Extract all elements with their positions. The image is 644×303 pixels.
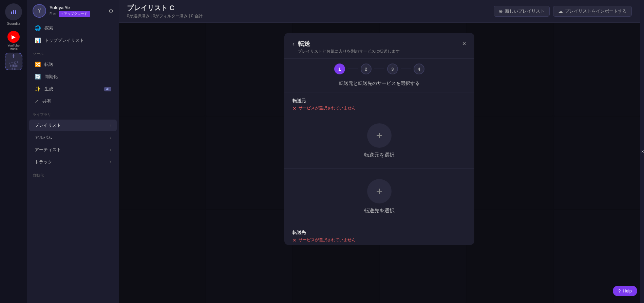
transfer-icon: 🔀 <box>35 61 41 68</box>
chevron-right-icon: › <box>110 147 111 152</box>
select-source-button[interactable]: + 転送元を選択 <box>284 113 474 168</box>
content-area: プレイリスト C 0が選択済み | 0がフィルター済み | 0 合計 ⊕ 新しい… <box>119 0 640 303</box>
content-header: プレイリスト C 0が選択済み | 0がフィルター済み | 0 合計 ⊕ 新しい… <box>119 0 640 23</box>
user-plan-row: Free ↑ アップグレード <box>50 11 105 17</box>
youtube-music-icon: ▶ <box>7 31 20 43</box>
sidebar-item-albums[interactable]: アルバム › <box>29 132 117 143</box>
modal-back-button[interactable]: ‹ <box>292 40 295 48</box>
source-section: 転送元 ✕ サービスが選択されていません + 転送元を選択 <box>284 92 474 168</box>
dest-section: + 転送先を選択 転送先 ✕ サービスが選択されていません <box>284 168 474 245</box>
dest-label: 転送先 <box>292 230 466 236</box>
dest-plus-circle: + <box>367 179 392 203</box>
step-3[interactable]: 3 <box>387 64 398 74</box>
help-label: Help <box>623 288 632 293</box>
top-playlists-label: トッププレイリスト <box>44 37 84 43</box>
import-playlist-button[interactable]: ☁ プレイリストをインポートする <box>553 6 632 17</box>
sidebar-item-artists[interactable]: アーティスト › <box>29 144 117 156</box>
logo-area: Soundiiz <box>5 3 22 25</box>
ai-badge: AI <box>104 87 111 91</box>
step-2[interactable]: 2 <box>361 64 372 74</box>
modal-title-area: 転送 プレイリストとお気に入りを別のサービスに転送します <box>298 40 459 54</box>
share-label: 共有 <box>42 98 51 104</box>
soundiiz-label: Soundiiz <box>7 22 20 25</box>
source-header: 転送元 ✕ サービスが選択されていません <box>284 92 474 113</box>
tools-section-label: ツール <box>27 47 119 58</box>
step-line-3 <box>401 69 411 69</box>
modal-close-button[interactable]: × <box>462 40 466 48</box>
sidebar-item-tracks[interactable]: トラック › <box>29 156 117 168</box>
source-label: 転送元 <box>292 98 466 104</box>
explore-icon: 🌐 <box>35 25 41 31</box>
step-line-1 <box>348 69 358 69</box>
sync-icon: 🔄 <box>35 74 41 80</box>
user-name: Yukiya Ye <box>50 5 105 10</box>
playlists-label: プレイリスト <box>35 122 61 128</box>
transfer-label: 転送 <box>44 61 53 68</box>
dest-header: 転送先 ✕ サービスが選択されていません <box>284 224 474 245</box>
user-header: Y Yukiya Ye Free ↑ アップグレード ⚙ <box>27 0 119 22</box>
sidebar-item-transfer[interactable]: 🔀 転送 <box>29 59 117 70</box>
select-dest-button[interactable]: + 転送先を選択 <box>284 169 474 224</box>
library-section-label: ライブラリ <box>27 107 119 119</box>
sidebar-item-share[interactable]: ↗ 共有 <box>29 95 117 107</box>
step-line-2 <box>374 69 384 69</box>
modal-header: ‹ 転送 プレイリストとお気に入りを別のサービスに転送します × <box>284 33 474 59</box>
add-service-button[interactable]: + サービスを追加する <box>5 53 22 70</box>
transfer-modal: ‹ 転送 プレイリストとお気に入りを別のサービスに転送します × 1 2 <box>284 33 474 245</box>
chevron-right-icon: › <box>110 123 111 128</box>
gear-icon[interactable]: ⚙ <box>109 8 113 14</box>
sidebar-item-top-playlists[interactable]: 📊 トッププレイリスト <box>29 35 117 46</box>
sidebar-item-generate[interactable]: ✨ 生成 AI <box>29 83 117 95</box>
modal-subtitle: プレイリストとお気に入りを別のサービスに転送します <box>298 49 459 54</box>
free-badge: Free <box>50 12 57 16</box>
step-4[interactable]: 4 <box>414 64 424 74</box>
generate-label: 生成 <box>44 86 53 92</box>
import-label: プレイリストをインポートする <box>565 8 627 14</box>
albums-label: アルバム <box>35 135 52 141</box>
header-actions: ⊕ 新しいプレイリスト ☁ プレイリストをインポートする <box>494 6 632 17</box>
youtube-music-label: YouTubeMusic <box>7 44 19 51</box>
error-x-icon: ✕ <box>292 237 297 243</box>
help-button[interactable]: ? Help <box>613 286 637 296</box>
playlist-info: プレイリスト C 0が選択済み | 0がフィルター済み | 0 合計 <box>127 3 203 19</box>
dest-error-text: サービスが選択されていません <box>299 237 356 243</box>
main-sidebar: Y Yukiya Ye Free ↑ アップグレード ⚙ 🌐 探索 📊 トッププ… <box>27 0 119 303</box>
bg-visual: ‹ 転送 プレイリストとお気に入りを別のサービスに転送します × 1 2 <box>119 23 640 303</box>
upgrade-button[interactable]: ↑ アップグレード <box>59 11 91 17</box>
new-playlist-button[interactable]: ⊕ 新しいプレイリスト <box>494 6 550 17</box>
sidebar-item-playlists[interactable]: プレイリスト › <box>29 120 117 131</box>
step-title: 転送元と転送先のサービスを選択する <box>284 79 474 92</box>
error-x-icon: ✕ <box>292 106 297 111</box>
user-info: Yukiya Ye Free ↑ アップグレード <box>50 5 105 17</box>
icon-sidebar: Soundiiz ▶ YouTubeMusic + サービスを追加する <box>0 0 27 303</box>
modal-overlay: ‹ 転送 プレイリストとお気に入りを別のサービスに転送します × 1 2 <box>119 23 640 303</box>
generate-icon: ✨ <box>35 86 41 92</box>
artists-label: アーティスト <box>35 147 61 153</box>
avatar: Y <box>33 4 46 18</box>
help-close-button[interactable]: × <box>641 0 644 303</box>
soundiiz-logo[interactable] <box>5 3 22 20</box>
new-playlist-label: 新しいプレイリスト <box>505 8 545 14</box>
dest-error: ✕ サービスが選択されていません <box>292 237 466 243</box>
chart-icon: 📊 <box>35 37 41 43</box>
source-error-text: サービスが選択されていません <box>299 105 356 111</box>
sidebar-item-explore[interactable]: 🌐 探索 <box>29 22 117 34</box>
playlist-meta: 0が選択済み | 0がフィルター済み | 0 合計 <box>127 13 203 19</box>
source-error: ✕ サービスが選択されていません <box>292 105 466 111</box>
sync-label: 同期化 <box>44 74 58 80</box>
chevron-right-icon: › <box>110 160 111 164</box>
automation-section-label: 自動化 <box>27 168 119 180</box>
sidebar-item-youtube-music[interactable]: ▶ YouTubeMusic <box>4 31 23 51</box>
sidebar-item-sync[interactable]: 🔄 同期化 <box>29 71 117 83</box>
add-icon: + <box>12 52 16 60</box>
plus-icon: ⊕ <box>499 8 503 14</box>
explore-label: 探索 <box>44 25 53 31</box>
step-1[interactable]: 1 <box>334 64 345 74</box>
chevron-right-icon: › <box>110 135 111 140</box>
stepper: 1 2 3 4 <box>284 59 474 79</box>
cloud-icon: ☁ <box>558 8 563 14</box>
source-select-label: 転送元を選択 <box>364 152 395 158</box>
playlist-title: プレイリスト C <box>127 3 203 13</box>
add-service-label: サービスを追加する <box>8 61 19 71</box>
source-plus-circle: + <box>367 123 392 148</box>
